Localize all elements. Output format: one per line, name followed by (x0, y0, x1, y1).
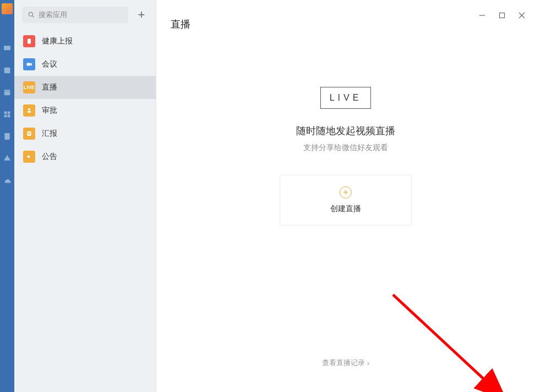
annotation-arrow (387, 289, 520, 392)
sidebar: 搜索应用 + 健康上报 会议 LIVE 直播 审批 (14, 0, 156, 392)
app-menu: 健康上报 会议 LIVE 直播 审批 汇报 (14, 30, 156, 392)
sidebar-item-announce[interactable]: 公告 (14, 145, 156, 168)
live-icon: LIVE (23, 81, 35, 93)
nav-rail (0, 0, 14, 392)
main-content: 直播 LIVE 随时随地发起视频直播 支持分享给微信好友观看 + 创建直播 查看… (156, 0, 535, 392)
sidebar-item-report[interactable]: 汇报 (14, 122, 156, 145)
minimize-button[interactable] (478, 11, 487, 20)
sidebar-item-label: 公告 (42, 152, 57, 162)
add-app-button[interactable]: + (134, 7, 149, 23)
rail-chat-icon[interactable] (3, 44, 12, 53)
window-controls (469, 0, 535, 31)
svg-rect-5 (8, 112, 10, 114)
approval-icon (23, 104, 35, 117)
close-button[interactable] (517, 11, 526, 20)
svg-line-11 (32, 16, 34, 18)
svg-marker-14 (31, 63, 32, 66)
rail-doc-icon[interactable] (3, 132, 12, 141)
svg-rect-21 (500, 13, 505, 18)
search-row: 搜索应用 + (14, 0, 156, 30)
svg-marker-9 (4, 155, 10, 161)
live-badge: LIVE (320, 87, 372, 109)
rail-contacts-icon[interactable] (3, 66, 12, 75)
hero-subtitle: 支持分享给微信好友观看 (303, 143, 388, 153)
report-icon (23, 128, 35, 140)
view-records-link[interactable]: 查看直播记录 › (322, 358, 369, 368)
svg-point-15 (28, 108, 30, 111)
sidebar-item-label: 会议 (42, 59, 57, 69)
sidebar-item-live[interactable]: LIVE 直播 (14, 76, 156, 99)
rail-apps-icon[interactable] (3, 110, 12, 119)
hero-title: 随时随地发起视频直播 (296, 124, 395, 137)
svg-rect-1 (4, 68, 10, 74)
announce-icon (23, 151, 35, 163)
sidebar-item-health[interactable]: 健康上报 (14, 30, 156, 53)
svg-rect-7 (8, 115, 10, 118)
maximize-button[interactable] (498, 11, 506, 20)
svg-rect-12 (28, 39, 31, 44)
search-placeholder: 搜索应用 (39, 10, 67, 20)
rail-drive-icon[interactable] (3, 154, 12, 163)
svg-rect-13 (27, 63, 31, 66)
svg-rect-0 (4, 46, 10, 50)
avatar[interactable] (2, 3, 13, 14)
rail-calendar-icon[interactable] (3, 88, 12, 97)
sidebar-item-meeting[interactable]: 会议 (14, 53, 156, 76)
chevron-right-icon: › (367, 359, 369, 367)
content-area: LIVE 随时随地发起视频直播 支持分享给微信好友观看 + 创建直播 查看直播记… (156, 41, 535, 392)
svg-rect-6 (4, 115, 7, 118)
svg-rect-4 (4, 112, 7, 114)
create-live-button[interactable]: + 创建直播 (280, 175, 412, 225)
sidebar-item-label: 健康上报 (42, 36, 73, 46)
plus-circle-icon: + (340, 186, 352, 198)
sidebar-item-label: 汇报 (42, 129, 57, 139)
svg-rect-2 (4, 90, 10, 95)
svg-rect-16 (28, 111, 31, 113)
create-live-label: 创建直播 (330, 204, 361, 214)
sidebar-item-label: 直播 (42, 82, 57, 92)
meeting-icon (23, 58, 35, 70)
search-icon (28, 11, 35, 19)
records-link-label: 查看直播记录 (322, 358, 365, 368)
svg-rect-8 (4, 133, 9, 140)
svg-line-25 (393, 295, 503, 392)
rail-cloud-icon[interactable] (3, 176, 12, 185)
search-input[interactable]: 搜索应用 (22, 7, 128, 23)
sidebar-item-approval[interactable]: 审批 (14, 99, 156, 122)
health-icon (23, 35, 35, 47)
sidebar-item-label: 审批 (42, 106, 57, 115)
svg-point-10 (29, 12, 32, 16)
